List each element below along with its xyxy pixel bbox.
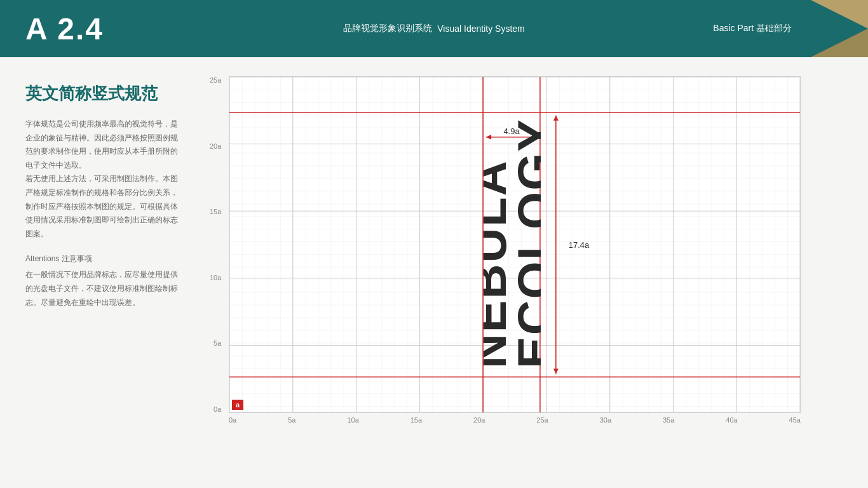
grid-wrapper: 4.9a 17.4a NEBULAECOLOGY a (229, 76, 801, 424)
x-label-40: 40a (726, 416, 737, 424)
left-panel: 英文简称竖式规范 字体规范是公司使用频率最高的视觉符号，是企业的象征与精神。因此… (0, 70, 203, 488)
a-marker: a (232, 400, 243, 410)
y-label-10: 10a (210, 274, 221, 281)
header: A 2.4 品牌视觉形象识别系统 Visual Identity System … (0, 0, 868, 57)
y-label-0: 0a (214, 405, 221, 413)
subtitle-cn: 品牌视觉形象识别系统 (343, 23, 432, 34)
x-label-20: 20a (473, 416, 485, 424)
y-label-5: 5a (214, 339, 221, 347)
x-label-15: 15a (410, 416, 422, 424)
main-content: 英文简称竖式规范 字体规范是公司使用频率最高的视觉符号，是企业的象征与精神。因此… (0, 57, 868, 488)
brand-text: NEBULAECOLOGY (484, 118, 541, 369)
subtitle-en: Visual Identity System (437, 24, 524, 34)
section-label: Basic Part 基础部分 (713, 23, 792, 34)
attentions-body: 在一般情况下使用品牌标志，应尽量使用提供的光盘电子文件，不建议使用标准制图绘制标… (25, 268, 178, 309)
brand-text-container: NEBULAECOLOGY (484, 109, 541, 378)
y-label-25: 25a (210, 76, 221, 84)
x-label-5: 5a (288, 416, 295, 424)
svg-text:17.4a: 17.4a (569, 240, 590, 250)
corner-decoration (811, 0, 868, 57)
y-label-15: 15a (210, 208, 221, 215)
grid-area: 4.9a 17.4a NEBULAECOLOGY a (229, 76, 801, 413)
diagram-container: 25a 20a 15a 10a 5a 0a (203, 70, 868, 488)
x-label-10: 10a (347, 416, 358, 424)
x-label-30: 30a (600, 416, 611, 424)
x-label-35: 35a (663, 416, 674, 424)
section-title: 英文简称竖式规范 (25, 83, 178, 105)
page-title: A 2.4 (25, 11, 104, 46)
attentions-title: Attentions 注意事项 (25, 254, 178, 264)
x-axis-labels: 0a 5a 10a 15a 20a 25a 30a 35a 40a 45a (229, 416, 801, 424)
y-label-20: 20a (210, 142, 221, 150)
description-text: 字体规范是公司使用频率最高的视觉符号，是企业的象征与精神。因此必须严格按照图例规… (25, 118, 178, 241)
x-label-25: 25a (536, 416, 548, 424)
x-label-45: 45a (789, 416, 801, 424)
x-label-0: 0a (229, 416, 236, 424)
header-subtitle: 品牌视觉形象识别系统 Visual Identity System (343, 23, 524, 34)
y-axis-labels: 25a 20a 15a 10a 5a 0a (210, 76, 221, 413)
